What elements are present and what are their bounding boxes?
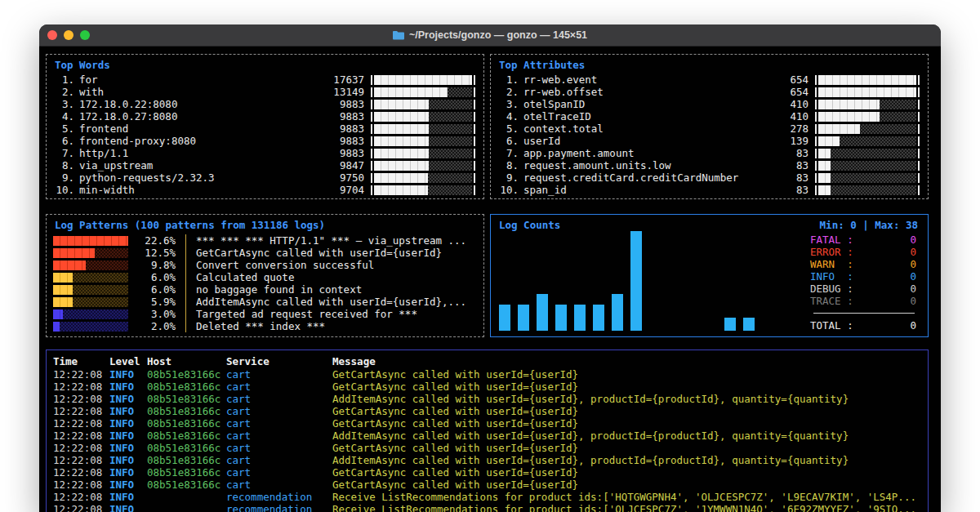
log-time: 12:22:08: [53, 442, 109, 454]
log-level: INFO: [109, 503, 147, 512]
bar-cap: [474, 161, 475, 171]
bar-fill: [818, 173, 831, 183]
log-host: 08b51e83166c: [147, 393, 226, 405]
item-rank: 3.: [55, 98, 74, 110]
bar-cap: [815, 173, 817, 183]
bar-track: [374, 75, 472, 85]
log-row[interactable]: 12:22:08INFO08b51e83166ccartAddItemAsync…: [47, 430, 928, 442]
bar-track: [374, 173, 472, 183]
bar-cap: [815, 87, 817, 97]
legend-label: ERROR :: [810, 246, 853, 258]
bar-cap: [918, 173, 920, 183]
log-row[interactable]: 12:22:08INFO08b51e83166ccartGetCartAsync…: [47, 466, 928, 479]
histogram-bar: [371, 185, 475, 195]
legend-label: INFO :: [810, 270, 853, 283]
log-row[interactable]: 12:22:08INFO08b51e83166ccartAddItemAsync…: [47, 393, 928, 405]
log-host: 08b51e83166c: [147, 430, 226, 442]
bar-track: [374, 161, 472, 171]
log-table-panel[interactable]: Time Level Host Service Message 12:22:08…: [46, 349, 929, 512]
bar-cap: [918, 112, 920, 122]
top-attributes-title: Top Attributes: [491, 55, 928, 73]
item-rank: 4.: [55, 110, 74, 122]
bar-fill: [818, 112, 880, 122]
log-row[interactable]: 12:22:08INFO08b51e83166ccartGetCartAsync…: [47, 442, 928, 454]
legend-value: 0: [853, 258, 916, 270]
item-label: for: [79, 73, 322, 86]
histogram-bar: [815, 136, 920, 146]
pattern-text: GetCartAsync called with userId={userId}: [185, 247, 475, 259]
log-row[interactable]: 12:22:08INFO08b51e83166ccartGetCartAsync…: [47, 368, 928, 381]
pattern-bar: [53, 322, 128, 332]
item-label: request.amount.units.low: [523, 159, 766, 171]
window-titlebar[interactable]: ~/Projects/gonzo — gonzo — 145×51: [39, 24, 941, 47]
log-service: cart: [226, 466, 332, 479]
log-counts-panel[interactable]: Log Counts Min: 0 | Max: 38 FATAL :0ERRO…: [490, 214, 929, 337]
list-item: 6.userId139: [499, 135, 920, 147]
log-counts-legend: FATAL :0ERROR :0WARN :0INFO :0DEBUG :0TR…: [810, 234, 916, 332]
list-item: 2.with13149: [55, 86, 475, 98]
item-rank: 1.: [55, 73, 74, 86]
item-count: 139: [766, 135, 808, 147]
zoom-button[interactable]: [80, 30, 90, 40]
log-message: GetCartAsync called with userId={userId}: [332, 442, 928, 454]
bar-fill: [374, 75, 472, 85]
bar-fill: [818, 75, 916, 85]
top-words-panel[interactable]: Top Words 1.for176372.with131493.172.18.…: [46, 54, 484, 199]
bar-fill: [374, 100, 429, 109]
list-item: 9.request.creditCard.creditCardNumber83: [499, 171, 920, 184]
item-rank: 9.: [499, 171, 519, 184]
bar-cap: [815, 161, 817, 171]
legend-value: 0: [853, 295, 916, 307]
list-item: 6.frontend-proxy:80809883: [55, 135, 475, 147]
pattern-percent: 2.0%: [128, 320, 176, 332]
log-level: INFO: [109, 430, 147, 442]
log-row[interactable]: 12:22:08INFO08b51e83166ccartGetCartAsync…: [47, 479, 928, 491]
pattern-text: *** *** *** HTTP/1.1" *** — via_upstream…: [185, 234, 475, 247]
top-attributes-panel[interactable]: Top Attributes 1.rr-web.event6542.rr-web…: [490, 54, 929, 199]
close-button[interactable]: [47, 30, 57, 40]
pattern-percent: 9.8%: [128, 259, 176, 271]
log-row[interactable]: 12:22:08INFO08b51e83166ccartGetCartAsync…: [47, 405, 928, 417]
log-patterns-list: 22.6%*** *** *** HTTP/1.1" *** — via_ups…: [47, 233, 483, 332]
item-label: rr-web.offset: [523, 86, 766, 98]
histogram-bar: [815, 75, 920, 85]
bar-cap: [371, 100, 372, 109]
log-service: cart: [226, 417, 332, 430]
histogram-bar: [371, 100, 475, 109]
legend-row-fatal: FATAL :0: [810, 234, 916, 246]
bar-cap: [815, 75, 817, 85]
item-rank: 6.: [499, 135, 519, 147]
bar-cap: [474, 149, 475, 158]
item-count: 83: [766, 184, 808, 196]
log-patterns-panel[interactable]: Log Patterns (100 patterns from 131186 l…: [46, 214, 484, 337]
item-label: frontend: [79, 122, 322, 135]
item-rank: 6.: [55, 135, 74, 147]
bar-fill: [818, 185, 831, 195]
bar-cap: [371, 124, 372, 134]
histogram-bar: [371, 75, 475, 85]
histogram-bar: [815, 173, 920, 183]
minimize-button[interactable]: [64, 30, 74, 40]
item-rank: 10.: [499, 184, 519, 196]
log-row[interactable]: 12:22:08INFO08b51e83166ccartAddItemAsync…: [47, 454, 928, 466]
bar-fill: [374, 173, 428, 183]
log-row[interactable]: 12:22:08INFOrecommendationReceive ListRe…: [47, 491, 928, 503]
count-bar: [574, 305, 586, 331]
log-row[interactable]: 12:22:08INFOrecommendationReceive ListRe…: [47, 503, 928, 512]
pattern-percent: 6.0%: [128, 271, 176, 283]
log-row[interactable]: 12:22:08INFO08b51e83166ccartGetCartAsync…: [47, 417, 928, 430]
list-item: 7.app.payment.amount83: [499, 147, 920, 159]
histogram-bar: [371, 136, 475, 146]
log-row[interactable]: 12:22:08INFO08b51e83166ccartGetCartAsync…: [47, 381, 928, 393]
log-message: GetCartAsync called with userId={userId}: [332, 405, 928, 417]
item-rank: 5.: [55, 122, 74, 135]
bar-cap: [918, 100, 920, 109]
item-rank: 7.: [499, 147, 519, 159]
pattern-percent: 6.0%: [128, 283, 176, 296]
histogram-bar: [815, 185, 920, 195]
log-patterns-title: Log Patterns (100 patterns from 131186 l…: [47, 215, 483, 233]
log-host: 08b51e83166c: [147, 368, 226, 381]
pattern-bar-fill: [53, 285, 73, 295]
bar-cap: [815, 149, 817, 158]
log-service: cart: [226, 479, 332, 491]
